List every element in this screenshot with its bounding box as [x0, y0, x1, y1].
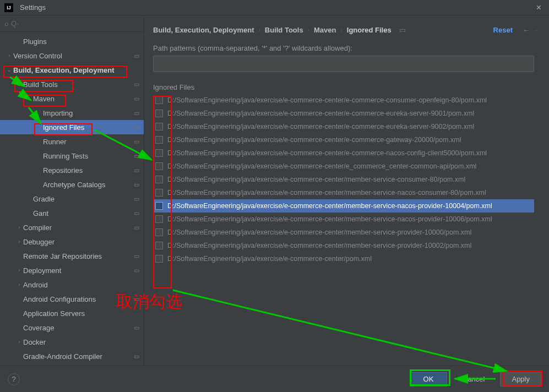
ignored-file-row[interactable]: D:/SoftwareEngineering/java/exercise/e-c…: [153, 239, 534, 252]
ignored-file-row[interactable]: D:/SoftwareEngineering/java/exercise/e-c…: [153, 213, 534, 226]
file-path: D:/SoftwareEngineering/java/exercise/e-c…: [167, 202, 492, 210]
checkbox[interactable]: [155, 176, 163, 183]
breadcrumb-item[interactable]: Build Tools: [265, 26, 303, 34]
sidebar-item-remote-jar-repositories[interactable]: Remote Jar Repositories▭: [0, 249, 144, 263]
checkbox[interactable]: [155, 162, 163, 170]
sidebar-item-build-tools[interactable]: ⌄Build Tools▭: [0, 77, 144, 91]
settings-tree: Plugins›Version Control▭⌄Build, Executio…: [0, 32, 144, 366]
sidebar-item-android-configurations[interactable]: Android Configurations▭: [0, 292, 144, 306]
patterns-input[interactable]: [153, 56, 534, 72]
ok-button[interactable]: OK: [410, 372, 447, 386]
scope-icon: ▭: [134, 253, 139, 260]
chevron-icon: ⌄: [25, 96, 33, 101]
apply-button[interactable]: Apply: [500, 372, 541, 386]
checkbox[interactable]: [155, 189, 163, 197]
scope-icon: ▭: [134, 181, 139, 188]
ignored-file-row[interactable]: D:/SoftwareEngineering/java/exercise/e-c…: [153, 107, 534, 120]
ignored-label: Ignored Files: [153, 83, 540, 91]
sidebar-item-archetype-catalogs[interactable]: Archetype Catalogs▭: [0, 177, 144, 192]
checkbox[interactable]: [155, 228, 163, 236]
sidebar-item-maven[interactable]: ⌄Maven▭: [0, 91, 144, 106]
breadcrumb-sep: ›: [308, 27, 309, 33]
ignored-file-row[interactable]: D:/SoftwareEngineering/java/exercise/e-c…: [153, 133, 534, 146]
checkbox[interactable]: [155, 110, 163, 117]
file-path: D:/SoftwareEngineering/java/exercise/e-c…: [167, 136, 461, 144]
checkbox[interactable]: [155, 123, 163, 130]
sidebar-item-label: Plugins: [23, 37, 144, 46]
checkbox[interactable]: [155, 255, 163, 263]
checkbox[interactable]: [155, 136, 163, 144]
ignored-file-row[interactable]: D:/SoftwareEngineering/java/exercise/e-c…: [153, 160, 534, 173]
checkbox[interactable]: [155, 215, 163, 223]
scope-icon: ▭: [134, 95, 139, 102]
ignored-file-row[interactable]: D:/SoftwareEngineering/java/exercise/e-c…: [153, 120, 534, 133]
chevron-icon: ›: [15, 268, 23, 273]
ignored-file-row[interactable]: D:/SoftwareEngineering/java/exercise/e-c…: [153, 199, 534, 213]
sidebar-item-build-execution-deployment[interactable]: ⌄Build, Execution, Deployment: [0, 63, 144, 77]
sidebar-item-coverage[interactable]: Coverage▭: [0, 320, 144, 335]
titlebar: IJ Settings ×: [0, 0, 549, 15]
sidebar-item-docker[interactable]: ›Docker: [0, 335, 144, 349]
scope-icon: ▭: [134, 167, 139, 174]
file-path: D:/SoftwareEngineering/java/exercise/e-c…: [167, 96, 487, 104]
back-icon[interactable]: ←: [523, 26, 530, 34]
close-icon[interactable]: ×: [533, 3, 545, 13]
sidebar-item-label: Ignored Files: [43, 123, 134, 132]
search-row: ⌕: [0, 15, 144, 32]
checkbox[interactable]: [155, 242, 163, 249]
footer: ? OK Cancel Apply: [0, 366, 549, 392]
sidebar-item-version-control[interactable]: ›Version Control▭: [0, 48, 144, 63]
ignored-file-row[interactable]: D:/SoftwareEngineering/java/exercise/e-c…: [153, 226, 534, 239]
file-path: D:/SoftwareEngineering/java/exercise/e-c…: [167, 176, 465, 183]
breadcrumb-item[interactable]: Build, Execution, Deployment: [153, 26, 254, 34]
sidebar-item-compiler[interactable]: ›Compiler▭: [0, 220, 144, 235]
cancel-button[interactable]: Cancel: [452, 372, 496, 386]
scope-icon: ▭: [399, 26, 406, 34]
chevron-icon: ›: [15, 282, 23, 287]
sidebar-item-ignored-files[interactable]: Ignored Files▭: [0, 120, 144, 134]
checkbox[interactable]: [155, 149, 163, 157]
sidebar-item-android[interactable]: ›Android: [0, 277, 144, 292]
sidebar-item-repositories[interactable]: Repositories▭: [0, 163, 144, 177]
sidebar-item-gradle-android-compiler[interactable]: Gradle-Android Compiler▭: [0, 349, 144, 363]
sidebar-item-label: Coverage: [23, 324, 134, 332]
file-path: D:/SoftwareEngineering/java/exercise/e-c…: [167, 123, 474, 130]
scope-icon: ▭: [134, 296, 139, 303]
ignored-file-row[interactable]: D:/SoftwareEngineering/java/exercise/e-c…: [153, 252, 534, 265]
search-input[interactable]: [11, 19, 139, 28]
checkbox[interactable]: [155, 96, 163, 104]
file-path: D:/SoftwareEngineering/java/exercise/e-c…: [167, 215, 492, 223]
sidebar-item-plugins[interactable]: Plugins: [0, 34, 144, 48]
breadcrumb-item[interactable]: Ignored Files: [347, 26, 392, 34]
sidebar-item-debugger[interactable]: ›Debugger: [0, 235, 144, 249]
file-path: D:/SoftwareEngineering/java/exercise/e-c…: [167, 110, 474, 117]
sidebar-item-runner[interactable]: Runner▭: [0, 134, 144, 149]
file-path: D:/SoftwareEngineering/java/exercise/e-c…: [167, 149, 487, 157]
sidebar-item-label: Running Tests: [43, 152, 134, 160]
scope-icon: ▭: [134, 195, 139, 203]
sidebar: ⌕ Plugins›Version Control▭⌄Build, Execut…: [0, 15, 144, 366]
sidebar-item-importing[interactable]: Importing▭: [0, 106, 144, 120]
ignored-file-row[interactable]: D:/SoftwareEngineering/java/exercise/e-c…: [153, 186, 534, 199]
sidebar-item-running-tests[interactable]: Running Tests▭: [0, 149, 144, 163]
breadcrumb: Build, Execution, Deployment›Build Tools…: [153, 26, 493, 34]
ignored-file-row[interactable]: D:/SoftwareEngineering/java/exercise/e-c…: [153, 173, 534, 186]
sidebar-item-label: Remote Jar Repositories: [23, 252, 134, 260]
sidebar-item-application-servers[interactable]: Application Servers: [0, 306, 144, 320]
ignored-file-row[interactable]: D:/SoftwareEngineering/java/exercise/e-c…: [153, 94, 534, 107]
sidebar-item-gradle[interactable]: Gradle▭: [0, 192, 144, 206]
sidebar-item-label: Gant: [33, 209, 134, 217]
breadcrumb-item[interactable]: Maven: [314, 26, 336, 34]
checkbox[interactable]: [155, 202, 163, 210]
patterns-label: Path patterns (comma-separated, '*' and …: [153, 44, 540, 52]
scope-icon: ▭: [134, 153, 139, 160]
sidebar-item-deployment[interactable]: ›Deployment▭: [0, 263, 144, 277]
header: Build, Execution, Deployment›Build Tools…: [144, 15, 549, 44]
reset-link[interactable]: Reset: [493, 26, 513, 34]
sidebar-item-label: Importing: [43, 109, 134, 117]
sidebar-item-gant[interactable]: Gant▭: [0, 206, 144, 220]
help-icon[interactable]: ?: [8, 373, 20, 385]
ignored-file-row[interactable]: D:/SoftwareEngineering/java/exercise/e-c…: [153, 146, 534, 160]
search-icon: ⌕: [4, 19, 9, 28]
sidebar-item-label: Android Configurations: [23, 295, 134, 303]
